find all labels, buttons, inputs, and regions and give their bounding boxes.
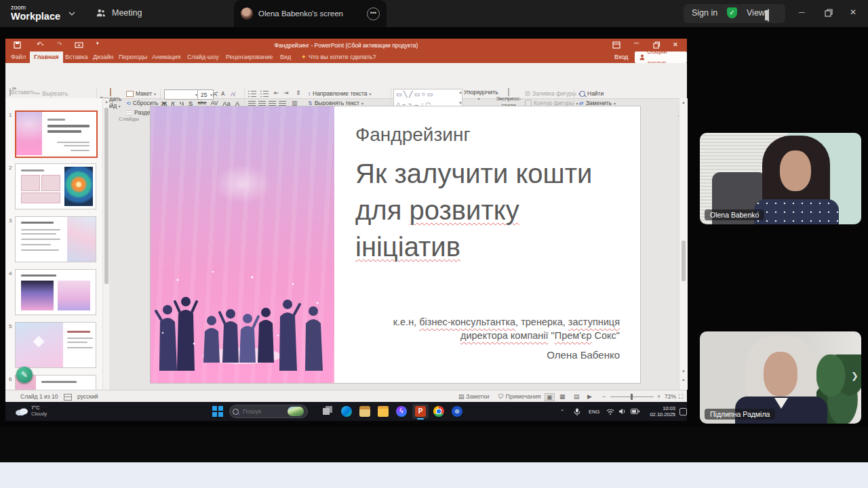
zoom-level[interactable]: 72%: [665, 393, 676, 400]
reset-button[interactable]: ⟲Сбросить: [126, 100, 158, 106]
grow-font-button[interactable]: А̂: [213, 91, 217, 98]
replace-button[interactable]: ⇄Заменить▾: [579, 100, 616, 106]
editor-scrollbar[interactable]: ▲ ▼ ▲: [679, 98, 688, 390]
line-spacing-icon[interactable]: ⇕: [296, 89, 301, 96]
tab-file[interactable]: Файл: [11, 52, 26, 63]
briefcase-app-icon[interactable]: [359, 406, 370, 417]
slide-author[interactable]: Олена Бабенко: [347, 349, 620, 361]
shape-outline-button[interactable]: Контур фигуры▾: [525, 100, 578, 106]
powerpoint-taskbar-icon[interactable]: P: [415, 406, 426, 417]
workspace-chevron-down-icon[interactable]: [68, 11, 76, 16]
tray-language[interactable]: ENG: [589, 409, 599, 415]
slide-thumbnail-4[interactable]: [15, 269, 96, 315]
shrink-font-button[interactable]: А̌: [221, 91, 224, 97]
text-direction-button[interactable]: ↕Направление текста▾: [308, 90, 372, 97]
sign-in-button[interactable]: Sign in: [692, 8, 717, 18]
slide-thumbnail-5[interactable]: [15, 322, 96, 368]
align-text-button[interactable]: ⇅Выровнять текст▾: [308, 100, 363, 106]
ribbon-display-options-icon[interactable]: [612, 41, 620, 49]
spellcheck-icon[interactable]: [64, 394, 72, 401]
ppt-sign-in-link[interactable]: Вход: [614, 52, 628, 63]
tray-clock[interactable]: 10:03 02.10.2025: [644, 405, 675, 418]
edge-icon[interactable]: [341, 406, 352, 417]
tab-review[interactable]: Рецензирование: [226, 52, 273, 63]
shape-fill-button[interactable]: Заливка фигуры▾: [525, 90, 580, 97]
window-close-button[interactable]: ✕: [850, 7, 856, 17]
tab-home[interactable]: Главная: [30, 52, 63, 63]
tell-me-box[interactable]: Что вы хотите сделать?: [309, 52, 376, 63]
comments-toggle[interactable]: 🗩 Примечания: [498, 393, 540, 400]
tab-transitions[interactable]: Переходы: [119, 52, 147, 63]
character-spacing-button[interactable]: AV: [209, 100, 220, 106]
font-name-combo[interactable]: ▾: [164, 89, 199, 100]
start-button-icon[interactable]: [212, 406, 223, 417]
slide-thumbnail-3[interactable]: [15, 216, 96, 262]
slide-overline[interactable]: Фандрейзинг: [355, 124, 471, 146]
bullets-icon[interactable]: [248, 91, 256, 97]
paste-button[interactable]: Вставить: [9, 89, 31, 96]
slide-thumbnail-2[interactable]: [15, 163, 96, 209]
slide-sorter-view-icon[interactable]: ▦: [559, 393, 566, 400]
blue-app-icon[interactable]: ◍: [452, 406, 462, 417]
slideshow-view-icon[interactable]: ▶: [587, 393, 592, 400]
strikethrough-button[interactable]: abc: [197, 100, 208, 106]
arrange-button[interactable]: Упорядочить▾: [464, 89, 494, 102]
search-highlight-image[interactable]: [288, 407, 304, 416]
weather-widget[interactable]: 7°C Cloudy: [31, 405, 47, 417]
tab-options-ellipsis-icon[interactable]: •••: [367, 7, 380, 20]
find-button[interactable]: Найти: [579, 90, 604, 97]
chrome-icon[interactable]: [433, 406, 444, 417]
normal-view-icon[interactable]: ▣: [545, 393, 555, 401]
file-explorer-icon[interactable]: [378, 406, 389, 417]
language-status[interactable]: русский: [77, 393, 98, 400]
tray-expand-chevron[interactable]: ⌃: [560, 409, 564, 415]
tray-volume-icon[interactable]: [618, 408, 626, 415]
task-view-icon[interactable]: [323, 406, 334, 417]
next-participants-chevron-icon[interactable]: ❯: [851, 371, 859, 381]
annotation-pencil-button[interactable]: ✎: [16, 367, 33, 383]
font-size-combo[interactable]: ▾: [197, 89, 214, 100]
view-button[interactable]: View: [747, 8, 765, 18]
search-input[interactable]: [241, 407, 285, 415]
video-tile-olena[interactable]: Olena Babenko: [700, 133, 861, 224]
shapes-scroll-down-icon[interactable]: ▼: [458, 101, 462, 105]
tab-meeting[interactable]: Meeting: [95, 7, 142, 19]
layout-button[interactable]: Макет▾: [126, 90, 156, 97]
tray-battery-icon[interactable]: [631, 409, 639, 414]
zoom-out-button[interactable]: −: [602, 393, 606, 400]
increase-indent-icon[interactable]: ⇥: [283, 89, 289, 96]
tab-design[interactable]: Дизайн: [93, 52, 113, 63]
slide-canvas[interactable]: Фандрейзинг Як залучити кошти для розвит…: [151, 106, 640, 383]
slide-subtitle[interactable]: к.е.н, бізнес-консультантка, тренерка, з…: [347, 315, 620, 342]
zoom-slider-thumb[interactable]: [631, 394, 633, 400]
columns-icon[interactable]: ▥: [292, 100, 298, 106]
desktop-search-box[interactable]: [229, 405, 308, 418]
window-restore-button[interactable]: [825, 9, 833, 17]
messenger-icon[interactable]: ϟ: [396, 406, 407, 417]
notification-center-icon[interactable]: [679, 408, 687, 415]
slide-title[interactable]: Як залучити кошти для розвитку ініціатив: [355, 155, 627, 265]
tab-slideshow[interactable]: Слайд-шоу: [187, 52, 219, 63]
tab-screen-share[interactable]: Olena Babenko's screen •••: [234, 0, 387, 27]
security-shield-icon[interactable]: ✓: [727, 7, 737, 18]
ppt-minimize-button[interactable]: ─: [634, 39, 639, 47]
cut-button[interactable]: ✂Вырезать: [35, 90, 68, 97]
tab-insert[interactable]: Вставка: [65, 52, 87, 63]
video-tile-radmila[interactable]: ❯ Підлипна Радміла: [700, 331, 861, 424]
shapes-scroll-up-icon[interactable]: ▲: [458, 90, 462, 94]
slide-thumbnail-1[interactable]: [15, 110, 98, 158]
clear-format-button[interactable]: A̸: [231, 91, 235, 98]
share-access-button[interactable]: Общий доступ: [635, 52, 687, 63]
tab-animations[interactable]: Анимация: [152, 52, 180, 63]
zoom-in-button[interactable]: +: [657, 393, 660, 400]
reading-view-icon[interactable]: ▤: [574, 393, 580, 400]
tab-view[interactable]: Вид: [280, 52, 291, 63]
window-minimize-button[interactable]: ─: [799, 7, 805, 17]
numbering-icon[interactable]: [260, 91, 269, 97]
tray-mic-icon[interactable]: [574, 408, 580, 415]
fit-slide-icon[interactable]: ⛶: [679, 393, 683, 401]
decrease-indent-icon[interactable]: ⇤: [274, 89, 279, 96]
thumbnail-scrollbar[interactable]: ▲: [102, 98, 109, 390]
tray-wifi-icon[interactable]: [606, 408, 614, 415]
notes-toggle[interactable]: ▤ Заметки: [458, 393, 489, 400]
